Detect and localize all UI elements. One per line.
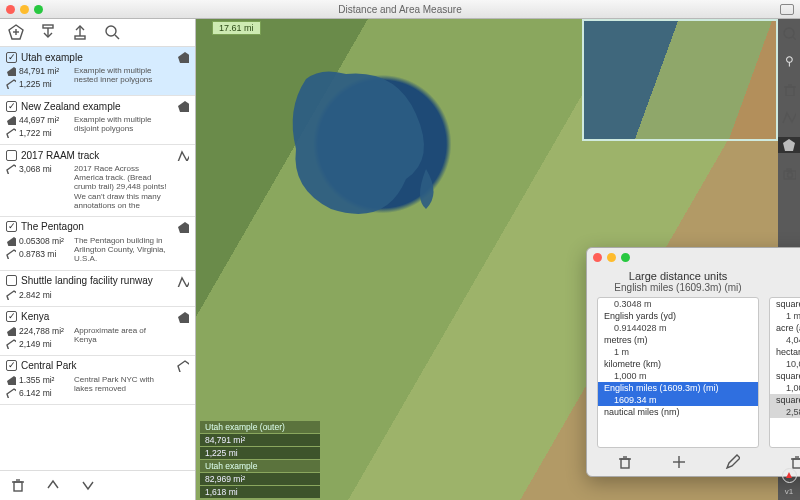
- visibility-checkbox[interactable]: [6, 150, 17, 161]
- legend-title: Utah example (outer): [200, 421, 320, 433]
- rail-pin-icon[interactable]: ⚲: [781, 53, 797, 69]
- sidebar-footer: [0, 470, 195, 500]
- list-item[interactable]: ✓New Zealand example44,697 mi²1,722 miEx…: [0, 96, 195, 145]
- visibility-checkbox[interactable]: ✓: [6, 221, 17, 232]
- move-down-button[interactable]: [80, 477, 97, 494]
- list-item[interactable]: Shuttle landing facility runway2.842 mi: [0, 271, 195, 307]
- move-up-button[interactable]: [45, 477, 62, 494]
- list-item[interactable]: ✓Central Park1.355 mi²6.142 miCentral Pa…: [0, 356, 195, 405]
- unit-option[interactable]: 1 m: [598, 346, 758, 358]
- area-units-column: Large area units square miles (mi²) squa…: [769, 268, 800, 474]
- visibility-checkbox[interactable]: [6, 275, 17, 286]
- map-canvas[interactable]: 17.61 mi Utah example (outer)84,791 mi²1…: [196, 19, 778, 500]
- compass-icon[interactable]: [782, 468, 797, 483]
- unit-option[interactable]: 1,000 m: [598, 370, 758, 382]
- area-delete-button[interactable]: [789, 454, 801, 469]
- area-units-list[interactable]: square metres (m²)1 m²acre (ac)4,046.86 …: [769, 297, 800, 448]
- legend-perim: 1,225 mi: [200, 447, 320, 459]
- search-button[interactable]: [104, 24, 122, 42]
- inset-map[interactable]: [582, 19, 778, 141]
- unit-option[interactable]: 0.9144028 m: [598, 322, 758, 334]
- sidebar-toolbar: [0, 19, 195, 47]
- popup-minimize[interactable]: [607, 253, 616, 262]
- popup-zoom[interactable]: [621, 253, 630, 262]
- item-name: Kenya: [21, 311, 173, 322]
- visibility-checkbox[interactable]: ✓: [6, 360, 17, 371]
- list-item[interactable]: ✓Kenya224,788 mi²2,149 miApproximate are…: [0, 307, 195, 356]
- rail-camera-icon[interactable]: [781, 165, 797, 181]
- export-button[interactable]: [72, 24, 90, 42]
- item-name: 2017 RAAM track: [21, 150, 173, 161]
- unit-option[interactable]: square miles (mi²): [770, 394, 800, 406]
- window-title: Distance and Area Measure: [0, 4, 800, 15]
- rail-path-tool[interactable]: [781, 109, 797, 125]
- legend-title: Utah example: [200, 460, 320, 472]
- rail-search-icon[interactable]: [781, 25, 797, 41]
- unit-option[interactable]: square kilometres (km²): [770, 370, 800, 382]
- item-name: Utah example: [21, 52, 173, 63]
- unit-option[interactable]: acre (ac): [770, 322, 800, 334]
- item-description: Example with multiple nested inner polyg…: [74, 66, 170, 89]
- item-name: New Zealand example: [21, 101, 173, 112]
- zoom-window[interactable]: [34, 5, 43, 14]
- list-item[interactable]: ✓The Pentagon0.05308 mi²0.8783 miThe Pen…: [0, 217, 195, 271]
- unit-option[interactable]: square metres (m²): [770, 298, 800, 310]
- distance-units-list[interactable]: 0.3048 mEnglish yards (yd)0.9144028 mmet…: [597, 297, 759, 448]
- area-units-heading: Large area units: [769, 270, 800, 282]
- legend-perim: 1,618 mi: [200, 486, 320, 498]
- distance-badge: 17.61 mi: [212, 21, 261, 35]
- item-description: Example with multiple disjoint polygons: [74, 115, 170, 138]
- version-label: v1: [785, 487, 793, 496]
- distance-delete-button[interactable]: [617, 454, 632, 469]
- unit-option[interactable]: 2,589,990 m²: [770, 406, 800, 418]
- list-item[interactable]: 2017 RAAM track3,068 mi2017 Race Across …: [0, 145, 195, 217]
- rail-trash-icon[interactable]: [781, 81, 797, 97]
- unit-option[interactable]: nautical miles (nm): [598, 406, 758, 418]
- item-description: The Pentagon building in Arlington Count…: [74, 236, 170, 264]
- distance-units-current: English miles (1609.3m) (mi): [597, 282, 759, 293]
- distance-edit-button[interactable]: [725, 454, 740, 469]
- legend-area: 82,969 mi²: [200, 473, 320, 485]
- visibility-checkbox[interactable]: ✓: [6, 311, 17, 322]
- unit-option[interactable]: metres (m): [598, 334, 758, 346]
- unit-option[interactable]: hectare (ha): [770, 346, 800, 358]
- item-name: The Pentagon: [21, 221, 173, 232]
- item-description: 2017 Race Across America track. (Bread c…: [74, 164, 170, 210]
- toggle-sidebar-icon[interactable]: [780, 4, 794, 15]
- unit-option[interactable]: 1,000,000 m²: [770, 382, 800, 394]
- legend-area: 84,791 mi²: [200, 434, 320, 446]
- unit-option[interactable]: 1 m²: [770, 310, 800, 322]
- unit-option[interactable]: kilometre (km): [598, 358, 758, 370]
- list-item[interactable]: ✓Utah example84,791 mi²1,225 miExample w…: [0, 47, 195, 96]
- item-name: Shuttle landing facility runway: [21, 275, 173, 286]
- window-titlebar: Distance and Area Measure: [0, 0, 800, 19]
- distance-units-heading: Large distance units: [597, 270, 759, 282]
- distance-add-button[interactable]: [671, 454, 686, 469]
- item-description: Central Park NYC with lakes removed: [74, 375, 170, 398]
- visibility-checkbox[interactable]: ✓: [6, 101, 17, 112]
- close-window[interactable]: [6, 5, 15, 14]
- area-units-current: square miles (mi²): [769, 282, 800, 293]
- unit-option[interactable]: 0.3048 m: [598, 298, 758, 310]
- unit-option[interactable]: 4,046.86 m²: [770, 334, 800, 346]
- shape-list: ✓Utah example84,791 mi²1,225 miExample w…: [0, 47, 195, 470]
- unit-option[interactable]: English miles (1609.3m) (mi): [598, 382, 758, 394]
- visibility-checkbox[interactable]: ✓: [6, 52, 17, 63]
- delete-button[interactable]: [10, 477, 27, 494]
- lake-shape: [276, 59, 476, 229]
- sidebar: ✓Utah example84,791 mi²1,225 miExample w…: [0, 19, 196, 500]
- popup-close[interactable]: [593, 253, 602, 262]
- distance-units-column: Large distance units English miles (1609…: [597, 268, 759, 474]
- unit-option[interactable]: English yards (yd): [598, 310, 758, 322]
- map-legend: Utah example (outer)84,791 mi²1,225 miUt…: [200, 420, 320, 498]
- minimize-window[interactable]: [20, 5, 29, 14]
- units-popup: Large distance units English miles (1609…: [586, 247, 800, 477]
- unit-option[interactable]: 10,000 m²: [770, 358, 800, 370]
- rail-polygon-tool[interactable]: [778, 137, 800, 153]
- svg-marker-20: [783, 139, 795, 151]
- unit-option[interactable]: 1609.34 m: [598, 394, 758, 406]
- item-name: Central Park: [21, 360, 173, 371]
- item-description: Approximate area of Kenya: [74, 326, 170, 349]
- import-button[interactable]: [40, 24, 58, 42]
- add-shape-button[interactable]: [8, 24, 26, 42]
